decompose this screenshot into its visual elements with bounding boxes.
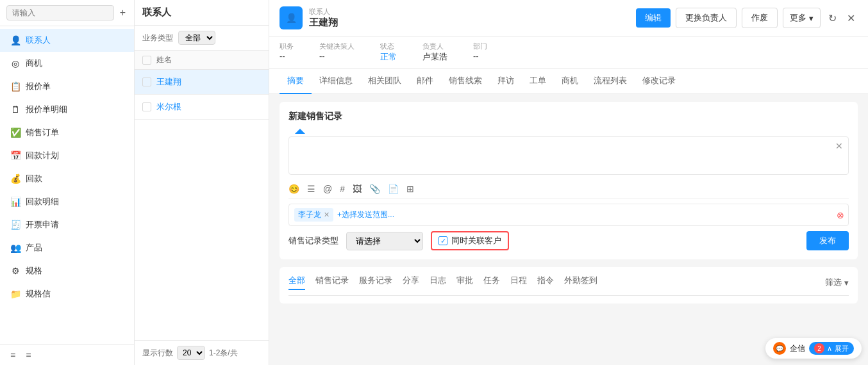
page-size-select[interactable]: 20 (177, 346, 205, 360)
associate-customer-checkbox[interactable] (438, 236, 447, 245)
toolbar-icon-3[interactable]: # (340, 184, 345, 194)
nav-icon-2: 📋 (10, 81, 21, 92)
toolbar-icon-7[interactable]: ⊞ (406, 184, 414, 194)
contact-avatar: 👤 (280, 6, 303, 29)
item-checkbox-0[interactable] (142, 77, 151, 86)
filter-tabs-bar: 全部销售记录服务记录分享日志审批任务日程指令外勤签到筛选 ▾ (288, 275, 849, 296)
add-button[interactable]: + (118, 5, 128, 20)
nav-icon-3: 🗒 (10, 104, 21, 115)
page-size-label: 显示行数 (142, 348, 173, 359)
record-type-label: 销售记录类型 (288, 235, 338, 247)
nav-icon-11: 📁 (10, 289, 21, 299)
sidebar-item-8[interactable]: 🧾开票申请 (0, 213, 134, 236)
notification-badge: 2 (814, 343, 824, 353)
filter-tab-审批[interactable]: 审批 (456, 275, 473, 290)
list-table-header: 姓名 (135, 51, 269, 70)
publish-button[interactable]: 发布 (806, 231, 849, 250)
list-items: 王建翔米尔根 (135, 70, 269, 340)
toolbar-icon-1[interactable]: ☰ (307, 184, 315, 194)
tab-销售线索[interactable]: 销售线索 (441, 69, 490, 94)
list-item-1[interactable]: 米尔根 (135, 95, 269, 120)
filter-tab-销售记录[interactable]: 销售记录 (315, 275, 349, 290)
select-all-checkbox[interactable] (142, 56, 151, 65)
tab-商机[interactable]: 商机 (554, 69, 586, 94)
nav-label-8: 开票申请 (26, 219, 59, 231)
search-input[interactable] (6, 5, 114, 20)
meta-label-2: 状态 (380, 42, 397, 51)
nav-icon-9: 👥 (10, 243, 21, 253)
recipient-name: 李子龙 (298, 209, 321, 220)
recipients-clear-icon[interactable]: ⊗ (837, 210, 844, 220)
filter-chevron-icon: ▾ (844, 278, 849, 288)
sidebar-item-10[interactable]: ⚙规格 (0, 259, 134, 282)
tab-邮件[interactable]: 邮件 (409, 69, 441, 94)
header-actions: 编辑 更换负责人 作废 更多 ▾ ↻ ✕ (636, 8, 858, 28)
filter-tab-日志[interactable]: 日志 (430, 275, 446, 290)
checkbox-area: 同时关联客户 (431, 231, 509, 250)
record-card-title: 新建销售记录 (288, 111, 849, 122)
sidebar-item-3[interactable]: 🗒报价单明细 (0, 98, 134, 121)
tab-相关团队[interactable]: 相关团队 (360, 69, 409, 94)
toolbar-icon-6[interactable]: 📄 (388, 184, 399, 194)
filter-tab-分享[interactable]: 分享 (403, 275, 419, 290)
toolbar-icon-4[interactable]: 🖼 (353, 184, 362, 194)
chat-widget[interactable]: 💬 企信 2 ∧ 展开 (765, 338, 862, 359)
contact-label: 联系人 (309, 7, 636, 17)
nav-label-2: 报价单 (26, 81, 51, 92)
tab-工单[interactable]: 工单 (522, 69, 554, 94)
tab-摘要[interactable]: 摘要 (280, 69, 312, 94)
expand-button[interactable]: 2 ∧ 展开 (809, 342, 854, 355)
sidebar-item-11[interactable]: 📁规格信 (0, 282, 134, 305)
tab-拜访[interactable]: 拜访 (490, 69, 522, 94)
meta-label-1: 关键决策人 (319, 42, 355, 51)
list-footer: 显示行数 20 1-2条/共 (135, 340, 269, 365)
tab-修改记录[interactable]: 修改记录 (635, 69, 683, 94)
edit-button[interactable]: 编辑 (636, 8, 671, 28)
more-button[interactable]: 更多 ▾ (783, 8, 821, 28)
filter-select[interactable]: 全部 (178, 31, 215, 45)
sidebar-item-9[interactable]: 👥产品 (0, 236, 134, 259)
close-icon[interactable]: ✕ (844, 10, 858, 27)
editor-area[interactable]: ✕ (288, 136, 849, 175)
editor-close-icon[interactable]: ✕ (835, 141, 843, 151)
toolbar-icon-2[interactable]: @ (323, 184, 332, 194)
sidebar-footer-icon-1[interactable]: ≡ (10, 350, 15, 360)
item-checkbox-1[interactable] (142, 102, 151, 111)
sidebar-item-5[interactable]: 📅回款计划 (0, 144, 134, 167)
filter-tab-日程[interactable]: 日程 (510, 275, 527, 290)
sidebar-item-4[interactable]: ✅销售订单 (0, 121, 134, 144)
filter-tab-服务记录[interactable]: 服务记录 (359, 275, 392, 290)
sidebar-item-1[interactable]: ◎商机 (0, 52, 134, 75)
item-name-0: 王建翔 (156, 76, 181, 88)
filter-tab-任务[interactable]: 任务 (483, 275, 500, 290)
tab-流程列表[interactable]: 流程列表 (586, 69, 635, 94)
refresh-icon[interactable]: ↻ (826, 10, 839, 27)
filter-tab-外勤签到[interactable]: 外勤签到 (564, 275, 597, 290)
meta-label-0: 职务 (280, 42, 294, 51)
abandon-button[interactable]: 作废 (742, 8, 778, 28)
toolbar-icon-5[interactable]: 📎 (369, 184, 380, 194)
sidebar-item-2[interactable]: 📋报价单 (0, 75, 134, 98)
recipients-row: 李子龙 ✕ +选择发送范围... ⊗ (288, 204, 849, 226)
filter-tab-指令[interactable]: 指令 (537, 275, 554, 290)
sidebar-item-0[interactable]: 👤联系人 (0, 29, 134, 52)
tab-详细信息[interactable]: 详细信息 (312, 69, 360, 94)
meta-value-0: -- (280, 51, 294, 61)
nav-label-5: 回款计划 (26, 150, 59, 161)
filter-tab-全部[interactable]: 全部 (288, 275, 305, 290)
list-item-0[interactable]: 王建翔 (135, 70, 269, 95)
sidebar-footer: ≡ ≡ (0, 344, 134, 365)
nav-icon-8: 🧾 (10, 220, 21, 230)
replace-button[interactable]: 更换负责人 (676, 8, 737, 28)
nav-label-7: 回款明细 (26, 196, 59, 207)
contact-name: 王建翔 (309, 17, 636, 29)
toolbar-icon-0[interactable]: 😊 (288, 184, 299, 194)
tag-close-icon[interactable]: ✕ (324, 211, 330, 219)
filter-right-btn[interactable]: 筛选 ▾ (825, 277, 849, 288)
sidebar-footer-icon-2[interactable]: ≡ (26, 350, 31, 360)
add-recipient-btn[interactable]: +选择发送范围... (337, 209, 394, 220)
sidebar-item-6[interactable]: 💰回款 (0, 167, 134, 190)
record-type-select[interactable]: 请选择 (346, 232, 423, 250)
sidebar-item-7[interactable]: 📊回款明细 (0, 190, 134, 213)
associate-customer-label: 同时关联客户 (451, 235, 501, 247)
